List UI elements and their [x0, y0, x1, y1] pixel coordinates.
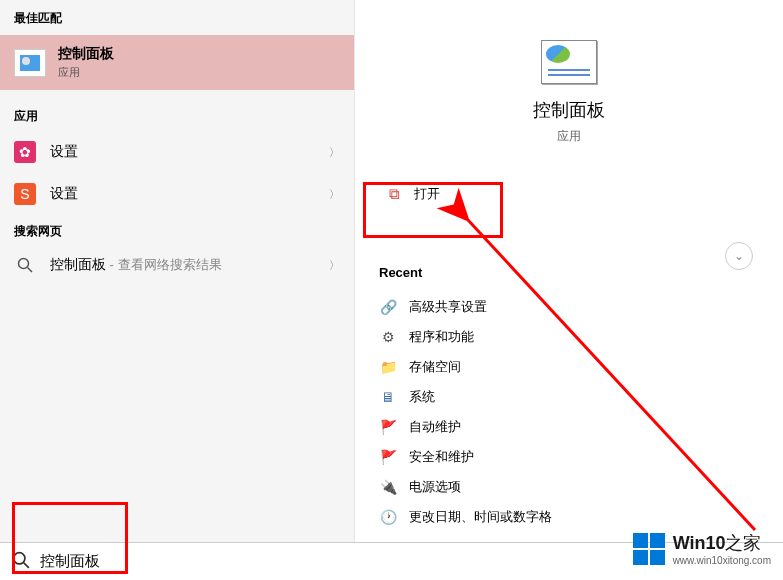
right-panel: 控制面板 应用 ⧉ 打开 ⌄ Recent 🔗高级共享设置⚙程序和功能📁存储空间… — [355, 0, 783, 580]
chevron-right-icon: 〉 — [329, 145, 340, 160]
recent-item[interactable]: 🕐更改日期、时间或数字格 — [379, 502, 783, 532]
detail-subtitle: 应用 — [355, 128, 783, 145]
control-panel-icon — [14, 49, 46, 77]
recent-item-icon: 🔗 — [379, 299, 397, 315]
gear-icon: S — [14, 183, 36, 205]
recent-item[interactable]: 🖥系统 — [379, 382, 783, 412]
recent-item-icon: 🕐 — [379, 509, 397, 525]
recent-item[interactable]: 🔗高级共享设置 — [379, 292, 783, 322]
recent-item-icon: 🚩 — [379, 419, 397, 435]
web-header: 搜索网页 — [0, 215, 354, 246]
search-icon — [12, 551, 30, 572]
apps-header: 应用 — [0, 100, 354, 131]
recent-header: Recent — [379, 265, 783, 280]
svg-point-0 — [19, 259, 29, 269]
recent-item-label: 电源选项 — [409, 478, 461, 496]
open-icon: ⧉ — [389, 185, 400, 203]
app-item-settings-2[interactable]: S 设置 〉 — [0, 173, 354, 215]
web-label: 控制面板 - 查看网络搜索结果 — [50, 256, 329, 274]
web-search-item[interactable]: 控制面板 - 查看网络搜索结果 〉 — [0, 246, 354, 284]
watermark: Win10之家 www.win10xitong.com — [633, 531, 771, 566]
recent-item-label: 自动维护 — [409, 418, 461, 436]
best-match-header: 最佳匹配 — [0, 2, 354, 33]
recent-item-icon: 🖥 — [379, 389, 397, 405]
recent-item-icon: ⚙ — [379, 329, 397, 345]
left-panel: 最佳匹配 控制面板 应用 应用 ✿ 设置 〉 S 设置 〉 搜索网页 控制面板 … — [0, 0, 355, 580]
app-label: 设置 — [50, 143, 329, 161]
best-match-item[interactable]: 控制面板 应用 — [0, 35, 354, 90]
best-match-title: 控制面板 — [58, 45, 114, 63]
recent-item-label: 更改日期、时间或数字格 — [409, 508, 552, 526]
recent-item[interactable]: 🚩自动维护 — [379, 412, 783, 442]
gear-icon: ✿ — [14, 141, 36, 163]
recent-item-label: 存储空间 — [409, 358, 461, 376]
svg-line-3 — [24, 563, 29, 568]
recent-item[interactable]: 📁存储空间 — [379, 352, 783, 382]
recent-item-label: 程序和功能 — [409, 328, 474, 346]
recent-item[interactable]: ⚙程序和功能 — [379, 322, 783, 352]
open-label: 打开 — [414, 185, 440, 203]
recent-item-label: 安全和维护 — [409, 448, 474, 466]
svg-point-2 — [14, 553, 25, 564]
recent-item[interactable]: 🔌电源选项 — [379, 472, 783, 502]
windows-logo-icon — [633, 533, 665, 565]
svg-line-1 — [28, 268, 33, 273]
expand-button[interactable]: ⌄ — [725, 242, 753, 270]
detail-title: 控制面板 — [355, 98, 783, 122]
recent-item-label: 系统 — [409, 388, 435, 406]
search-icon — [14, 257, 36, 273]
chevron-right-icon: 〉 — [329, 258, 340, 273]
app-label: 设置 — [50, 185, 329, 203]
recent-item-icon: 🚩 — [379, 449, 397, 465]
control-panel-large-icon — [541, 40, 597, 84]
app-item-settings-1[interactable]: ✿ 设置 〉 — [0, 131, 354, 173]
open-button[interactable]: ⧉ 打开 — [365, 173, 773, 215]
recent-item-icon: 📁 — [379, 359, 397, 375]
search-input[interactable] — [40, 553, 340, 570]
best-match-subtitle: 应用 — [58, 65, 114, 80]
recent-item-icon: 🔌 — [379, 479, 397, 495]
recent-item[interactable]: 🚩安全和维护 — [379, 442, 783, 472]
chevron-right-icon: 〉 — [329, 187, 340, 202]
recent-item-label: 高级共享设置 — [409, 298, 487, 316]
